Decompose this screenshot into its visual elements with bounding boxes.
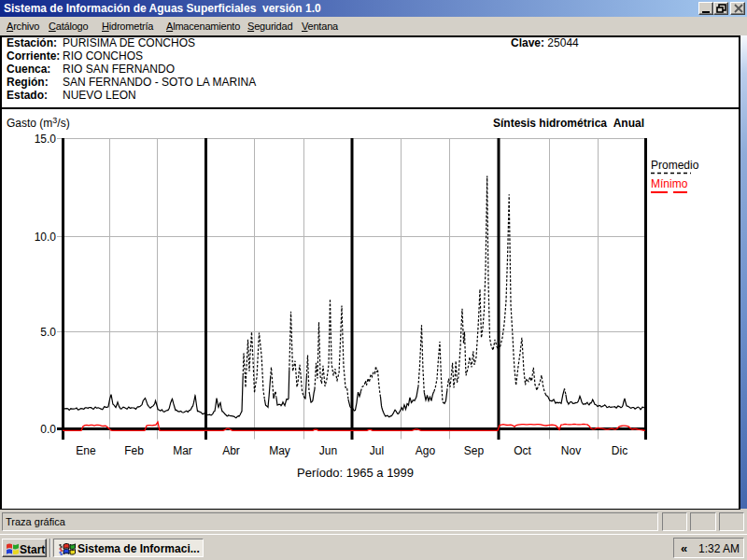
svg-text:Feb: Feb (124, 444, 144, 457)
svg-text:Sep: Sep (464, 444, 485, 457)
svg-text:5.0: 5.0 (40, 326, 56, 339)
svg-text:0.0: 0.0 (40, 423, 56, 436)
svg-text:Nov: Nov (561, 444, 581, 457)
svg-text:Mar: Mar (173, 444, 192, 457)
svg-text:Jul: Jul (370, 444, 384, 457)
svg-text:10.0: 10.0 (35, 231, 57, 244)
svg-text:Oct: Oct (514, 444, 531, 457)
svg-text:Jun: Jun (319, 444, 337, 457)
svg-text:Ago: Ago (416, 444, 436, 457)
svg-text:Gasto (m3/s): Gasto (m3/s) (7, 116, 70, 130)
svg-text:May: May (269, 444, 290, 457)
svg-text:Período: 1965 a 1999: Período: 1965 a 1999 (297, 466, 414, 480)
svg-text:Abr: Abr (222, 444, 240, 457)
svg-text:Síntesis hidrométrica Anual: Síntesis hidrométrica Anual (493, 117, 644, 130)
svg-text:Dic: Dic (612, 444, 627, 457)
svg-text:Promedio: Promedio (651, 159, 699, 172)
svg-text:Ene: Ene (76, 444, 96, 457)
svg-text:15.0: 15.0 (35, 133, 57, 146)
svg-text:Mínimo: Mínimo (651, 177, 688, 190)
